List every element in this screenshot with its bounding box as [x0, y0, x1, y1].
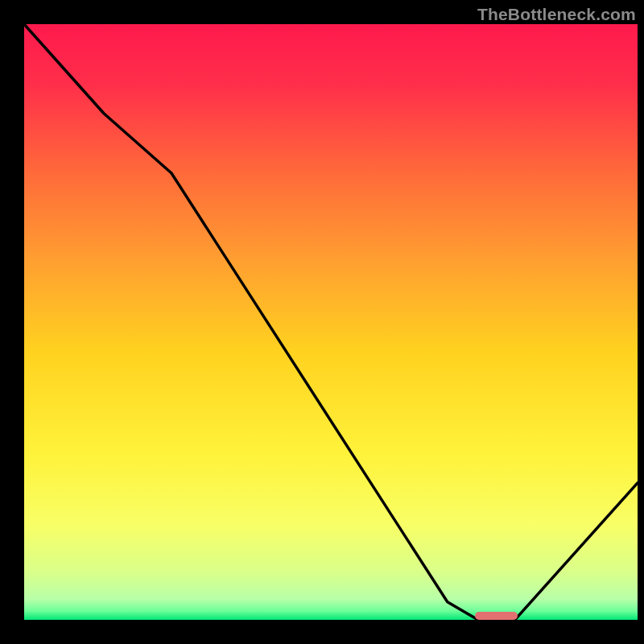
plot-area	[24, 24, 638, 620]
bottleneck-curve	[24, 24, 638, 620]
watermark-text: TheBottleneck.com	[477, 5, 636, 24]
optimum-marker	[475, 612, 518, 620]
chart-frame: TheBottleneck.com	[0, 0, 644, 644]
